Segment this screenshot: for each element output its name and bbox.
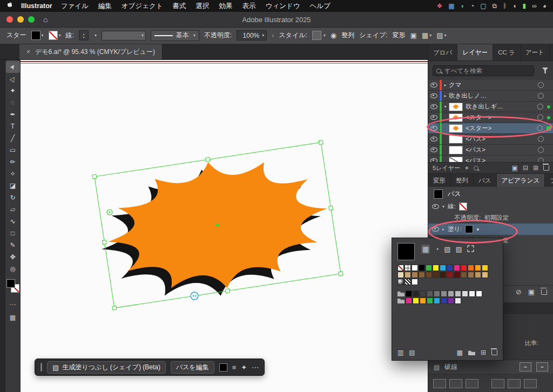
target-circle-icon[interactable] [538,93,544,99]
panel-tab[interactable]: パス [474,174,497,187]
color-swatch[interactable] [426,265,432,271]
visibility-eye-icon[interactable] [428,145,440,155]
libraries-icon[interactable]: ▥ [397,349,403,356]
shaper-tool[interactable]: ✧ [6,168,20,180]
layer-row[interactable]: <スター> [428,123,553,134]
home-icon[interactable]: ⌂ [43,15,48,24]
layer-row[interactable]: ▸クマ [428,80,553,91]
color-swatch[interactable] [433,272,439,278]
filter-icon[interactable] [542,67,548,73]
color-swatch[interactable] [404,272,411,278]
swatches-view-icon[interactable]: ▦ [421,245,430,254]
stroke-cap-butt-button[interactable] [433,379,446,388]
color-swatch[interactable] [427,290,433,297]
panel-tab[interactable]: プロパ [428,44,457,60]
color-swatch[interactable] [440,265,446,271]
fill-color-swatch[interactable] [465,225,473,233]
color-swatch[interactable] [448,290,454,297]
target-circle-icon[interactable] [537,104,543,110]
selection-handle[interactable] [92,174,97,179]
camera-icon[interactable]: ◔ [470,0,474,12]
target-circle-icon[interactable] [537,125,543,131]
terminal-app-icon[interactable]: ▦ [448,0,454,12]
folder-swatch[interactable] [397,298,404,303]
registration-swatch[interactable] [404,265,411,271]
layer-row[interactable]: <パス> [428,134,553,145]
more-tools-icon[interactable]: ⋯ [10,301,16,308]
radial-swatch[interactable] [397,279,404,285]
menu-item[interactable]: ヘルプ [310,2,331,11]
color-swatch[interactable] [455,290,461,297]
opacity-field[interactable]: 100%▾ [237,30,267,40]
color-swatch[interactable] [462,290,468,297]
chevron-down-icon[interactable]: ▾ [476,227,479,232]
color-swatch[interactable] [482,265,488,271]
color-swatch[interactable] [461,272,467,278]
messages-app-icon[interactable]: ◗ [461,0,464,12]
anchor-widget[interactable] [107,209,112,215]
generative-fill-button[interactable]: ▧ 生成塗りつぶし (シェイプ) (Beta) [47,361,166,374]
search-input[interactable]: すべてを検索 [433,65,534,76]
color-swatch[interactable] [419,272,425,278]
visibility-eye-icon[interactable] [428,134,440,144]
direct-selection-tool[interactable]: ▷ [6,73,20,85]
panel-tab[interactable]: レイヤー [457,44,493,60]
pattern-icon[interactable]: ▨ [455,245,462,253]
folder-swatch[interactable] [397,290,404,296]
new-swatch-icon[interactable]: ⊞ [481,349,486,356]
dash-preserve-button[interactable]: ╍ [536,362,548,371]
gradient-icon[interactable]: ▧ [444,245,450,253]
swatch-kinds-icon[interactable]: ▦ [457,349,463,356]
eyedropper-tool[interactable]: ✎ [6,239,20,251]
selection-tool[interactable]: ➤ [6,61,20,73]
expand-arrow-icon[interactable]: ▸ [442,83,449,87]
color-swatch[interactable] [468,265,474,271]
zoom-tool[interactable]: ◎ [6,263,20,275]
infinity-icon[interactable]: ∞ [532,0,537,12]
rectangle-tool[interactable]: ▭ [6,144,20,156]
color-swatch[interactable] [476,290,482,297]
stroke-profile-dropdown[interactable]: ▾ [102,31,146,40]
color-swatch[interactable] [420,298,426,304]
minimize-window-button[interactable] [17,16,24,23]
color-swatch[interactable] [420,290,426,297]
panel-tab[interactable]: 整列 [451,174,474,187]
layer-row[interactable]: <パス> [428,145,553,156]
brush-dropdown[interactable]: 基本▾ [151,30,199,41]
colorful-app-icon[interactable]: ❖ [437,0,443,12]
color-swatch[interactable] [434,298,440,304]
control-center-icon[interactable]: ◕ [543,0,547,12]
panel-tab[interactable]: アセッ [550,44,553,60]
make-clipping-mask-icon[interactable]: ▣ [512,164,518,172]
visibility-eye-icon[interactable] [432,204,439,209]
locate-object-icon[interactable]: ⌖ [465,164,469,172]
fill-stroke-indicator[interactable] [6,279,20,295]
color-swatch[interactable] [406,298,412,304]
chevron-down-icon[interactable]: ▾ [95,33,97,38]
visibility-eye-icon[interactable] [428,112,440,123]
color-swatch[interactable] [475,265,481,271]
stroke-width-stepper[interactable]: ▴▾ [79,30,89,40]
corner-round-button[interactable] [508,379,521,388]
panel-tab[interactable]: CC ラ [493,44,521,60]
menu-item[interactable]: オブジェクト [122,2,163,11]
corner-bevel-button[interactable] [524,379,537,388]
expand-arrow-icon[interactable]: ▾ [442,104,449,109]
color-swatch[interactable] [440,272,446,278]
live-shape-widget[interactable] [191,292,198,300]
menu-item[interactable]: ファイル [61,2,89,11]
drag-handle[interactable] [41,363,42,371]
delete-item-icon[interactable] [541,289,547,295]
duplicate-item-icon[interactable]: ▣ [528,288,535,296]
chevron-right-icon[interactable]: › [272,32,274,39]
color-swatch[interactable] [412,272,418,278]
lasso-tool[interactable]: ◌ [6,97,20,109]
expand-arrow-icon[interactable]: ▸ [442,93,449,98]
bluetooth-icon[interactable]: ᛒ [503,0,507,12]
color-swatch[interactable] [454,265,460,271]
new-layer-icon[interactable]: ⊞ [533,164,538,172]
document-setup-icon[interactable]: ◉ [331,31,336,39]
color-swatch[interactable] [427,298,433,304]
color-swatch[interactable] [397,272,404,278]
active-app-name[interactable]: Illustrator [21,2,52,10]
